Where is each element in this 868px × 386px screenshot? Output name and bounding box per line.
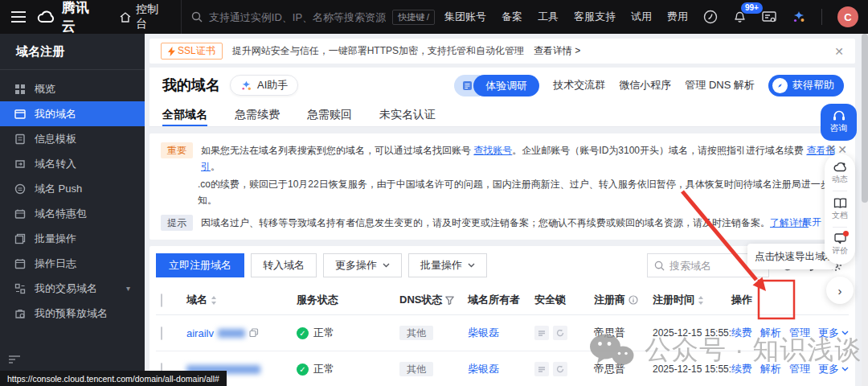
- row-checkbox[interactable]: [161, 326, 162, 340]
- sidebar: 域名注册 概览 我的域名 信息模板 域名转入 域名 Push: [0, 34, 145, 386]
- notifications-button[interactable]: 99+: [733, 9, 747, 26]
- renew-link[interactable]: 续费: [731, 362, 752, 376]
- transfer-in-icon: [14, 158, 26, 170]
- table-row: ✓ 正常 其他 柴银磊 帝思普 2025-12-15 15:55:30 续费 解…: [156, 351, 849, 386]
- select-all-checkbox[interactable]: [161, 294, 162, 307]
- page-header: 我的域名 AI助手 体验调研 技术交流群 微信小程序 管理 DNS 解析: [149, 68, 855, 127]
- sidebar-item-trade-domains[interactable]: 我的交易域名 ▾: [0, 276, 145, 301]
- redacted-domain: [218, 329, 245, 338]
- sidebar-item-op-logs[interactable]: 操作日志: [0, 251, 145, 276]
- nav-link-group-account[interactable]: 集团账号: [444, 10, 486, 24]
- renew-link[interactable]: 续费: [731, 326, 752, 340]
- transfer-lock-icon[interactable]: [534, 362, 549, 376]
- sidebar-collapse-icon[interactable]: [8, 352, 21, 367]
- copy-icon[interactable]: [249, 328, 259, 338]
- feed-button[interactable]: 动态: [832, 162, 848, 185]
- sidebar-item-domain-push[interactable]: 域名 Push: [0, 176, 145, 201]
- push-icon: [14, 183, 26, 195]
- mini-program-link[interactable]: 微信小程序: [619, 78, 671, 92]
- nav-link-billing[interactable]: 费用: [667, 10, 688, 24]
- row-more-dropdown[interactable]: 更多: [818, 362, 849, 376]
- billing-panel-icon[interactable]: [762, 10, 776, 23]
- ssl-banner-close-icon[interactable]: ✕: [834, 45, 844, 58]
- dns-cell: 其他: [399, 326, 468, 340]
- registrar-cell: 帝思普: [594, 362, 653, 376]
- owner-link[interactable]: 柴银磊: [468, 363, 499, 375]
- expand-link[interactable]: 展开: [802, 216, 821, 229]
- lightning-icon: [168, 47, 175, 56]
- consult-button[interactable]: 咨询: [821, 104, 857, 141]
- header-domain[interactable]: 域名: [186, 293, 297, 307]
- widget-close-icon[interactable]: ✕: [827, 142, 836, 154]
- console-link[interactable]: 控制台: [120, 2, 169, 31]
- register-domain-button[interactable]: 立即注册域名: [156, 253, 244, 277]
- user-avatar[interactable]: C: [837, 6, 858, 27]
- get-help-button[interactable]: 获得帮助: [768, 75, 844, 96]
- nav-link-icp[interactable]: 备案: [502, 10, 522, 24]
- tab-need-renew[interactable]: 急需续费: [235, 103, 280, 126]
- search-icon: [191, 11, 203, 23]
- notice-card: 重要 如果您无法在域名列表搜索到您的域名，可以通过域名找回账号 查找账号。企业邮…: [149, 133, 855, 240]
- batch-actions-dropdown[interactable]: 批量操作: [408, 253, 487, 277]
- nav-link-tools[interactable]: 工具: [538, 10, 559, 24]
- transfer-lock-icon[interactable]: [534, 326, 549, 340]
- sidebar-item-info-template[interactable]: 信息模板: [0, 126, 145, 151]
- tab-need-redeem[interactable]: 急需赎回: [307, 103, 352, 126]
- row-more-dropdown[interactable]: 更多: [818, 326, 849, 340]
- scrollbar-track[interactable]: [862, 34, 868, 386]
- ssl-banner-link[interactable]: 查看详情 >: [534, 44, 580, 58]
- tencent-cloud-console: 腾讯云 控制台 快捷键 / 集团账号 备案 工具 客服支持 试用 费用 99+: [0, 0, 868, 386]
- sidebar-title: 域名注册: [0, 34, 145, 70]
- resolve-link[interactable]: 解析: [760, 362, 781, 376]
- headset-icon: [833, 110, 845, 121]
- sidebar-item-my-domains[interactable]: 我的域名: [0, 101, 145, 126]
- sidebar-item-prerelease-domains[interactable]: 我的预释放域名: [0, 301, 145, 326]
- dns-cell: 其他: [399, 363, 468, 376]
- chevron-down-icon[interactable]: ▾: [126, 284, 130, 293]
- resolve-link[interactable]: 解析: [760, 326, 781, 340]
- find-account-link[interactable]: 查找账号: [473, 145, 512, 156]
- sidebar-item-batch-ops[interactable]: 批量操作: [0, 226, 145, 251]
- docs-button[interactable]: 文档: [832, 198, 848, 221]
- global-search-input[interactable]: [209, 11, 386, 23]
- header-register-time[interactable]: 注册时间: [653, 293, 731, 307]
- tip-notice: 提示 因域名过户、转移等导致域名持有者信息发生变更的，请及时变更或注销备案；您确…: [161, 215, 844, 231]
- trade-icon: [14, 283, 26, 294]
- sidebar-item-transfer-in[interactable]: 域名转入: [0, 151, 145, 176]
- next-page-button[interactable]: ›: [826, 277, 854, 304]
- info-icon: [628, 295, 638, 305]
- manage-dns-link[interactable]: 管理 DNS 解析: [685, 78, 755, 92]
- transfer-domain-button[interactable]: 转入域名: [251, 253, 317, 277]
- table-toolbar: 立即注册域名 转入域名 更多操作 批量操作: [156, 253, 849, 285]
- owner-link[interactable]: 柴银磊: [468, 326, 499, 339]
- header-security-lock: 安全锁: [534, 293, 594, 307]
- domain-cell[interactable]: airailv: [186, 327, 297, 339]
- divider: [833, 227, 847, 228]
- hamburger-menu-icon[interactable]: [11, 11, 26, 23]
- header-registrar[interactable]: 注册商: [594, 293, 653, 307]
- nav-link-support[interactable]: 客服支持: [574, 10, 616, 24]
- nav-link-trial[interactable]: 试用: [631, 10, 652, 24]
- header-links: 体验调研 技术交流群 微信小程序 管理 DNS 解析 获得帮助: [454, 75, 844, 96]
- sidebar-item-overview[interactable]: 概览: [0, 76, 145, 101]
- ssl-promo-banner: SSL证书 提升网站安全与信任，一键部署HTTPS加密，支持托管和自动化管理 查…: [149, 39, 855, 64]
- service-circle-icon[interactable]: [703, 10, 718, 24]
- update-lock-icon[interactable]: [553, 326, 567, 340]
- manage-link[interactable]: 管理: [789, 362, 810, 376]
- manage-link[interactable]: 管理: [789, 326, 810, 340]
- header-dns-status[interactable]: DNS状态: [399, 293, 468, 307]
- brand-logo[interactable]: 腾讯云: [37, 0, 102, 35]
- feedback-button[interactable]: 评价: [832, 233, 848, 257]
- more-actions-dropdown[interactable]: 更多操作: [323, 253, 402, 277]
- sidebar-item-deal-package[interactable]: 域名特惠包: [0, 201, 145, 226]
- floating-toolbar: 动态 文档 评价: [825, 154, 855, 265]
- update-lock-icon[interactable]: [553, 362, 567, 376]
- tech-group-link[interactable]: 技术交流群: [553, 78, 605, 92]
- important-badge: 重要: [161, 142, 193, 158]
- tab-unverified[interactable]: 未实名认证: [379, 103, 436, 126]
- scrollbar-thumb[interactable]: [862, 34, 868, 203]
- ai-sparkle-icon[interactable]: [792, 10, 806, 24]
- survey-button[interactable]: 体验调研: [454, 75, 539, 96]
- ai-assistant-button[interactable]: AI助手: [230, 75, 298, 96]
- tab-all-domains[interactable]: 全部域名: [162, 103, 207, 126]
